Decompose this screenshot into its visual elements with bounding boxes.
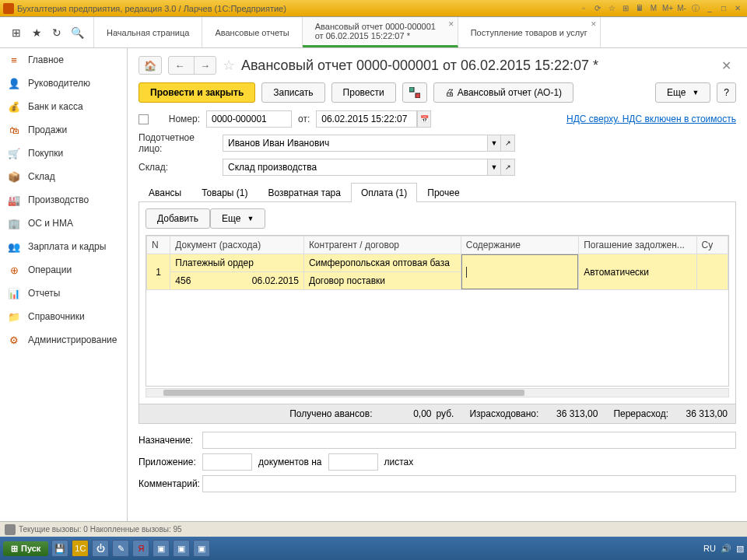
received-label: Получено авансов: bbox=[289, 408, 372, 419]
scrollbar-thumb[interactable] bbox=[163, 390, 524, 396]
close-icon[interactable]: ✕ bbox=[591, 20, 597, 28]
tab-other[interactable]: Прочее bbox=[417, 183, 469, 202]
date-input[interactable] bbox=[316, 110, 417, 128]
number-input[interactable] bbox=[206, 110, 292, 128]
open-icon[interactable]: ↗ bbox=[501, 135, 515, 152]
col-sum[interactable]: Су bbox=[696, 236, 728, 254]
taskbar-item-5[interactable]: Я bbox=[132, 540, 149, 557]
sidebar-item-warehouse[interactable]: 📦Склад bbox=[0, 165, 127, 188]
col-counterparty[interactable]: Контрагент / договор bbox=[303, 236, 461, 254]
post-and-close-button[interactable]: Провести и закрыть bbox=[139, 82, 255, 103]
taskbar-item-4[interactable]: ✎ bbox=[112, 540, 129, 557]
posted-checkbox[interactable] bbox=[139, 114, 149, 124]
start-button[interactable]: ⊞ Пуск bbox=[3, 541, 48, 556]
forward-button[interactable]: → bbox=[194, 57, 216, 74]
tab-payment[interactable]: Оплата (1) bbox=[351, 183, 417, 202]
cell-counterparty[interactable]: Симферопольская оптовая база bbox=[303, 254, 461, 272]
help-icon[interactable]: ⓘ bbox=[689, 3, 702, 14]
sidebar-item-admin[interactable]: ⚙Администрирование bbox=[0, 328, 127, 352]
close-document-button[interactable]: ✕ bbox=[717, 58, 736, 73]
back-button[interactable]: ← bbox=[169, 57, 191, 74]
person-input[interactable] bbox=[223, 135, 487, 152]
tb-btn-2[interactable]: ⟳ bbox=[591, 3, 604, 14]
cell-n[interactable]: 1 bbox=[147, 254, 170, 290]
taskbar-item-1[interactable]: 💾 bbox=[51, 540, 68, 557]
purpose-input[interactable] bbox=[202, 432, 736, 449]
taskbar-item-7[interactable]: ▣ bbox=[173, 540, 190, 557]
horizontal-scrollbar[interactable] bbox=[146, 388, 729, 397]
tab-goods[interactable]: Товары (1) bbox=[191, 183, 258, 202]
taskbar-item-6[interactable]: ▣ bbox=[153, 540, 170, 557]
sidebar-item-sales[interactable]: 🛍Продажи bbox=[0, 118, 127, 142]
tray-icon-2[interactable]: ▧ bbox=[736, 544, 744, 554]
help-button[interactable]: ? bbox=[717, 82, 736, 103]
lang-indicator[interactable]: RU bbox=[703, 544, 716, 553]
cell-content[interactable] bbox=[461, 254, 578, 290]
close-icon[interactable]: ✕ bbox=[448, 20, 454, 28]
comment-input[interactable] bbox=[202, 475, 736, 492]
tab-advance-reports[interactable]: Авансовые отчеты bbox=[202, 17, 302, 47]
tray-icon[interactable]: 🔊 bbox=[721, 544, 731, 554]
attach-pages-input[interactable] bbox=[328, 453, 378, 471]
cell-payoff[interactable]: Автоматически bbox=[579, 254, 696, 290]
reports-icon: 📊 bbox=[8, 287, 20, 299]
sidebar-item-purchases[interactable]: 🛒Покупки bbox=[0, 142, 127, 165]
sidebar-item-bank[interactable]: 💰Банк и касса bbox=[0, 95, 127, 118]
open-icon[interactable]: ↗ bbox=[501, 159, 515, 176]
col-content[interactable]: Содержание bbox=[461, 236, 578, 254]
taskbar-item-2[interactable]: 1C bbox=[72, 540, 89, 557]
col-n[interactable]: N bbox=[147, 236, 170, 254]
add-row-button[interactable]: Добавить bbox=[146, 208, 210, 229]
tb-btn-mminus[interactable]: M- bbox=[675, 3, 688, 14]
post-button[interactable]: Провести bbox=[331, 82, 396, 103]
col-doc[interactable]: Документ (расхода) bbox=[170, 236, 304, 254]
tb-btn-5[interactable]: 🖩 bbox=[633, 3, 646, 14]
close-button[interactable]: ✕ bbox=[731, 3, 744, 14]
calendar-icon[interactable]: 📅 bbox=[417, 110, 431, 128]
sidebar-item-main[interactable]: ≡Главное bbox=[0, 48, 127, 72]
search-icon[interactable]: 🔍 bbox=[70, 26, 84, 40]
col-payoff[interactable]: Погашение задолжен... bbox=[579, 236, 696, 254]
apps-icon[interactable]: ⊞ bbox=[9, 26, 23, 40]
warehouse-input[interactable] bbox=[223, 159, 487, 176]
tab-advances[interactable]: Авансы bbox=[139, 183, 191, 202]
history-icon[interactable]: ↻ bbox=[50, 26, 64, 40]
cell-doc-type[interactable]: Платежный ордер bbox=[170, 254, 304, 272]
sidebar-item-assets[interactable]: 🏢ОС и НМА bbox=[0, 212, 127, 235]
dropdown-icon[interactable]: ▼ bbox=[487, 135, 501, 152]
tb-btn-3[interactable]: ☆ bbox=[605, 3, 618, 14]
tb-btn-mplus[interactable]: M+ bbox=[661, 3, 674, 14]
grid-more-button[interactable]: Еще ▼ bbox=[210, 208, 265, 229]
tb-btn-m[interactable]: M bbox=[647, 3, 660, 14]
taskbar-item-8[interactable]: ▣ bbox=[193, 540, 210, 557]
cell-doc-numdate[interactable]: 456 06.02.2015 bbox=[170, 272, 304, 290]
attach-docs-input[interactable] bbox=[202, 453, 252, 471]
nds-link[interactable]: НДС сверху. НДС включен в стоимость bbox=[566, 114, 736, 124]
sidebar-item-reports[interactable]: 📊Отчеты bbox=[0, 282, 127, 305]
star-icon[interactable]: ★ bbox=[30, 26, 44, 40]
dropdown-icon[interactable]: ▼ bbox=[487, 159, 501, 176]
sidebar-item-manager[interactable]: 👤Руководителю bbox=[0, 72, 127, 95]
tab-home[interactable]: Начальная страница bbox=[94, 17, 202, 47]
more-button[interactable]: Еще ▼ bbox=[655, 82, 710, 103]
tb-btn-4[interactable]: ⊞ bbox=[619, 3, 632, 14]
sidebar-item-salary[interactable]: 👥Зарплата и кадры bbox=[0, 235, 127, 258]
tb-btn-1[interactable]: ▫ bbox=[577, 3, 590, 14]
cell-sum[interactable] bbox=[696, 254, 728, 290]
save-button[interactable]: Записать bbox=[261, 82, 324, 103]
table-row[interactable]: 1 Платежный ордер Симферопольская оптова… bbox=[147, 254, 728, 272]
sidebar-item-operations[interactable]: ⊕Операции bbox=[0, 258, 127, 282]
tab-goods-receipt[interactable]: Поступление товаров и услуг ✕ bbox=[458, 17, 601, 47]
taskbar-item-3[interactable]: ⏻ bbox=[92, 540, 109, 557]
tab-returnable[interactable]: Возвратная тара bbox=[258, 183, 351, 202]
sidebar-item-refs[interactable]: 📁Справочники bbox=[0, 305, 127, 328]
maximize-button[interactable]: □ bbox=[717, 3, 730, 14]
home-button[interactable]: 🏠 bbox=[139, 57, 161, 74]
dt-kt-button[interactable] bbox=[402, 82, 427, 103]
sidebar-item-production[interactable]: 🏭Производство bbox=[0, 188, 127, 212]
tab-advance-report-doc[interactable]: Авансовый отчет 0000-000001 от 06.02.201… bbox=[303, 17, 458, 47]
cell-contract[interactable]: Договор поставки bbox=[303, 272, 461, 290]
favorite-icon[interactable]: ☆ bbox=[223, 57, 235, 74]
minimize-button[interactable]: _ bbox=[703, 3, 716, 14]
print-button[interactable]: 🖨 Авансовый отчет (АО-1) bbox=[433, 82, 573, 103]
